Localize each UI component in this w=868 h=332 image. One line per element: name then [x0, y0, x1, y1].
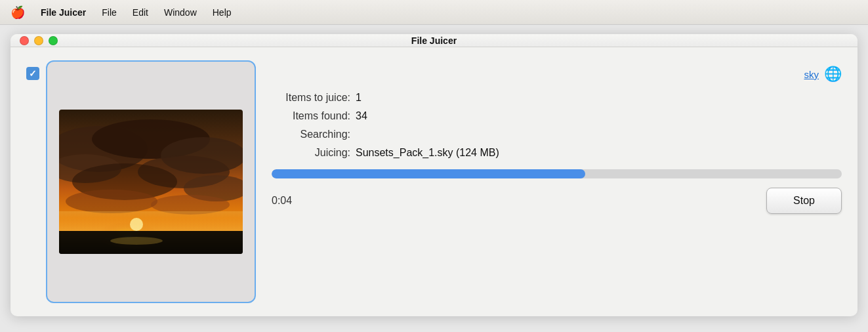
sunset-preview-image	[59, 110, 243, 254]
header-row: sky 🌐	[272, 66, 842, 83]
file-checkbox[interactable]	[26, 67, 39, 80]
maximize-button[interactable]	[49, 36, 58, 45]
timer-row: 0:04 Stop	[272, 188, 842, 214]
searching-label: Searching:	[272, 129, 350, 140]
svg-point-14	[110, 237, 163, 245]
left-panel	[26, 60, 256, 303]
items-found-value: 34	[356, 110, 367, 122]
right-panel: sky 🌐 Items to juice: 1 Items found: 34 …	[272, 60, 842, 214]
items-found-row: Items found: 34	[272, 110, 842, 122]
titlebar: File Juicer	[10, 34, 858, 47]
menu-item-file[interactable]: File	[102, 7, 117, 18]
items-to-juice-row: Items to juice: 1	[272, 92, 842, 104]
searching-row: Searching:	[272, 129, 842, 140]
progress-bar-container	[272, 169, 842, 178]
stop-button[interactable]: Stop	[766, 188, 842, 214]
content-area: sky 🌐 Items to juice: 1 Items found: 34 …	[10, 47, 858, 316]
sky-link[interactable]: sky	[804, 69, 819, 80]
menu-item-window[interactable]: Window	[164, 7, 197, 18]
main-window: File Juicer	[10, 34, 858, 316]
progress-section: 0:04 Stop	[272, 169, 842, 214]
items-found-label: Items found:	[272, 110, 350, 122]
menu-item-edit[interactable]: Edit	[133, 7, 148, 18]
close-button[interactable]	[20, 36, 29, 45]
svg-point-10	[66, 190, 157, 213]
items-to-juice-label: Items to juice:	[272, 92, 350, 104]
svg-rect-12	[59, 211, 243, 231]
apple-menu-icon[interactable]: 🍎	[10, 5, 25, 20]
juicing-label: Juicing:	[272, 147, 350, 159]
window-title: File Juicer	[411, 35, 457, 46]
file-thumbnail	[46, 60, 256, 303]
menu-item-help[interactable]: Help	[213, 7, 232, 18]
globe-icon[interactable]: 🌐	[824, 66, 842, 83]
menubar: 🍎 File Juicer File Edit Window Help	[0, 0, 868, 25]
juicing-row: Juicing: Sunsets_Pack_1.sky (124 MB)	[272, 147, 842, 159]
traffic-lights	[20, 36, 58, 45]
timer-display: 0:04	[272, 195, 292, 207]
items-to-juice-value: 1	[356, 92, 362, 104]
app-name-menu[interactable]: File Juicer	[41, 7, 86, 18]
minimize-button[interactable]	[34, 36, 43, 45]
progress-bar-fill	[272, 169, 585, 178]
juicing-value: Sunsets_Pack_1.sky (124 MB)	[356, 147, 499, 159]
